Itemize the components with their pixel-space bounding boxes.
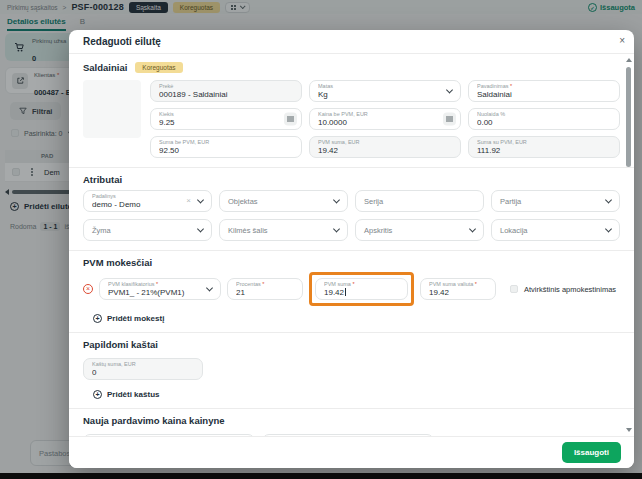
hamburger-icon [446,119,453,120]
quantity-field[interactable]: Kiekis 9.25 [150,108,302,130]
dialog-body: Saldainiai Koreguotas Prekė 000189 - Sal… [69,54,634,436]
origin-country-select[interactable]: Kilmės šalis [219,219,348,241]
plus-circle-icon: + [93,314,102,323]
vat-classifier-select[interactable]: PVM klasifikatorius PVM1_ - 21%(PVM1) [99,278,221,300]
close-icon[interactable]: × [619,36,625,46]
section-divider [69,250,634,251]
product-image-placeholder [83,80,141,138]
series-input[interactable]: Serija [355,190,484,212]
highlight-annotation: PVM suma 19.42 [309,272,414,306]
add-tax-link[interactable]: + Pridėti mokestį [93,314,620,323]
text-cursor [345,288,346,296]
department-select[interactable]: Padalinys demo - Demo × [83,190,212,212]
amount-incl-vat-field[interactable]: Suma su PVM, EUR 111.92 [468,136,620,158]
name-field[interactable]: Pavadinimas Saldainiai [468,80,620,102]
save-button[interactable]: Išsaugoti [562,442,621,463]
reverse-charge-checkbox[interactable] [510,285,518,293]
extra-costs-heading: Papildomi kaštai [83,339,620,350]
price-menu-button[interactable] [443,113,456,126]
unit-select[interactable]: Matas Kg [309,80,461,102]
modal-scrollbar[interactable] [625,58,632,432]
batch-select[interactable]: Partija [491,190,620,212]
vat-percent-field[interactable]: Procentas 21 [227,278,303,300]
dialog-title: Redaguoti eilutę [83,36,161,47]
product-status-badge: Koreguotas [135,62,182,73]
reverse-charge-label: Atvirkštinis apmokestinimas [524,285,616,294]
add-costs-label: Pridėti kaštus [107,390,159,399]
clear-icon[interactable]: × [186,197,191,205]
discount-field[interactable]: Nuolaida % 0.00 [468,108,620,130]
section-divider [69,167,634,168]
amount-excl-vat-field[interactable]: Suma be PVM, EUR 92.50 [150,136,302,158]
modal-scrollbar-thumb[interactable] [626,67,631,167]
scroll-down-icon[interactable] [626,428,632,432]
new-sale-price-heading: Nauja pardavimo kaina kainyne [83,415,620,426]
vat-sum-currency-field[interactable]: PVM suma valiuta 19.42 [420,278,496,300]
dialog-footer: Išsaugoti [69,436,634,468]
plus-circle-icon: + [93,390,102,399]
quantity-menu-button[interactable] [284,113,297,126]
remove-tax-icon[interactable]: × [83,284,93,294]
vat-taxes-heading: PVM mokesčiai [83,257,620,268]
hamburger-icon [287,119,294,120]
scroll-up-icon[interactable] [626,58,632,62]
dialog-header: Redaguoti eilutę [69,30,634,54]
section-divider [69,332,634,333]
costs-sum-field[interactable]: Kaštų suma, EUR 0 [83,358,203,380]
product-field[interactable]: Prekė 000189 - Saldainiai [150,80,302,102]
price-excl-vat-field[interactable]: Kaina be PVM, EUR 10.0000 [309,108,461,130]
vat-amount-field[interactable]: PVM suma, EUR 19.42 [309,136,461,158]
section-divider [69,408,634,409]
location-select[interactable]: Lokacija [491,219,620,241]
add-tax-label: Pridėti mokestį [107,314,164,323]
object-select[interactable]: Objektas [219,190,348,212]
attributes-heading: Atributai [83,174,620,185]
add-costs-link[interactable]: + Pridėti kaštus [93,390,620,399]
edit-row-dialog: Redaguoti eilutę × Saldainiai Koreguotas… [69,30,634,468]
county-select[interactable]: Apskritis [355,219,484,241]
vat-sum-field[interactable]: PVM suma 19.42 [315,278,408,300]
product-heading: Saldainiai [83,62,127,73]
tag-select[interactable]: Žyma [83,219,212,241]
bottom-edge-bar [0,473,642,479]
